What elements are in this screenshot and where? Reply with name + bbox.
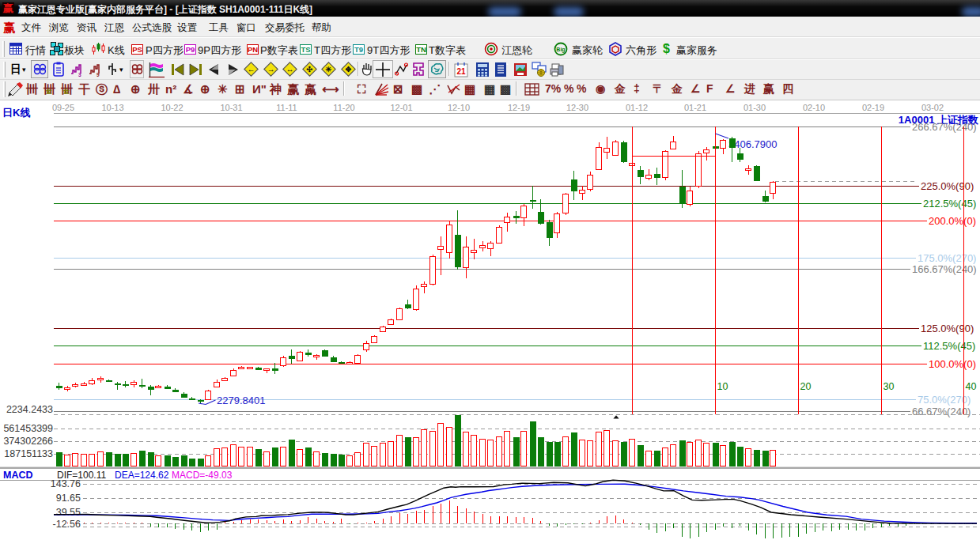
svg-text:143.76: 143.76 [51, 478, 81, 489]
svg-text:10-13: 10-13 [101, 103, 123, 112]
svg-text:DEA=124.62: DEA=124.62 [115, 470, 169, 481]
svg-text:75.0%(270): 75.0%(270) [918, 394, 971, 406]
svg-text:3: 3 [78, 72, 81, 77]
svg-text:03-02: 03-02 [921, 103, 944, 112]
svg-text:✣: ✣ [306, 65, 312, 74]
svg-text:←: ← [248, 65, 255, 74]
svg-text:Big: Big [556, 47, 565, 53]
svg-text:21: 21 [456, 67, 466, 76]
svg-text:12-01: 12-01 [390, 103, 412, 112]
svg-text:212.5%(45): 212.5%(45) [923, 198, 976, 210]
svg-text:187151133: 187151133 [4, 448, 53, 459]
svg-text:10-31: 10-31 [220, 103, 242, 112]
svg-text:01-30: 01-30 [744, 103, 766, 112]
svg-text:561453399: 561453399 [3, 423, 53, 434]
svg-text:91.65: 91.65 [56, 493, 81, 504]
svg-text:166.67%(240): 166.67%(240) [912, 263, 977, 275]
svg-text:MACD: MACD [3, 470, 33, 481]
svg-text:112.5%(45): 112.5%(45) [923, 340, 975, 352]
svg-text:01-21: 01-21 [684, 103, 706, 112]
svg-text:12-19: 12-19 [508, 103, 530, 112]
svg-text:↔: ↔ [286, 65, 294, 74]
svg-text:125.0%(90): 125.0%(90) [921, 323, 974, 334]
svg-text:3406.7900: 3406.7900 [728, 138, 777, 150]
svg-text:02-19: 02-19 [862, 103, 884, 112]
svg-text:225.0%(90): 225.0%(90) [921, 180, 974, 192]
svg-text:→: → [267, 65, 274, 74]
svg-text:11-11: 11-11 [276, 103, 297, 112]
svg-text:✥: ✥ [345, 65, 351, 74]
svg-text:01-12: 01-12 [626, 103, 648, 112]
svg-text:30: 30 [884, 381, 895, 392]
svg-text:66.67%(240): 66.67%(240) [912, 406, 971, 417]
svg-text:-12.56: -12.56 [53, 519, 81, 530]
svg-text:39.55: 39.55 [56, 507, 81, 518]
svg-text:12-30: 12-30 [566, 103, 588, 112]
svg-text:2234.2433: 2234.2433 [6, 404, 53, 415]
svg-text:09-25: 09-25 [52, 103, 74, 112]
svg-text:374302266: 374302266 [3, 436, 53, 447]
svg-text:175.0%(270): 175.0%(270) [918, 252, 976, 264]
svg-text:10: 10 [717, 381, 728, 392]
svg-text:11-20: 11-20 [333, 103, 354, 112]
svg-text:9: 9 [96, 72, 100, 77]
svg-text:MACD=-49.03: MACD=-49.03 [172, 470, 233, 481]
svg-text:200.0%(0): 200.0%(0) [929, 215, 976, 227]
svg-text:266.67%(240): 266.67%(240) [912, 121, 977, 133]
svg-text:40: 40 [966, 381, 977, 392]
svg-text:12-10: 12-10 [448, 103, 470, 112]
svg-text:20: 20 [800, 381, 812, 392]
svg-text:10-22: 10-22 [161, 103, 183, 112]
svg-text:日K线: 日K线 [2, 107, 30, 119]
svg-text:100.0%(0): 100.0%(0) [929, 358, 976, 370]
svg-text:02-10: 02-10 [803, 103, 825, 112]
svg-text:2279.8401: 2279.8401 [217, 395, 265, 406]
svg-text:✳: ✳ [326, 65, 332, 74]
